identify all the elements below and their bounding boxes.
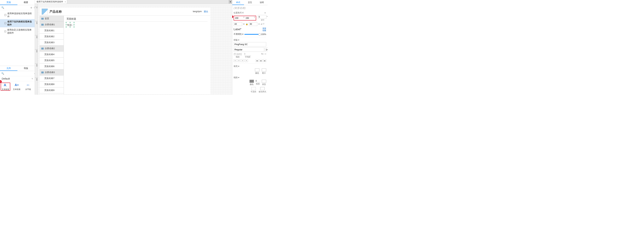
rotation-input[interactable] — [258, 15, 266, 19]
widget-search-input[interactable] — [5, 72, 34, 75]
sidenav-category[interactable]: 分类名称1 — [40, 22, 64, 28]
tab-notes[interactable]: 说明 — [256, 0, 268, 5]
opacity-slider[interactable] — [244, 34, 260, 35]
arrow-style-select[interactable] — [260, 87, 265, 90]
text-options-icon[interactable]: ▭ — [264, 53, 266, 58]
align-justify-icon[interactable]: ≡ — [245, 59, 248, 62]
font-size-input[interactable] — [265, 48, 268, 52]
line-height-input[interactable]: 20 (auto) — [234, 53, 242, 56]
page-heading: 页面标题 — [66, 18, 208, 22]
canvas-scroll[interactable]: 产品名称 langzipm 退出 首页分类名称1页面名称1页面名称2页面名称3分… — [38, 7, 232, 95]
line-type-label: 类型 — [262, 83, 266, 86]
degree-icon: ° — [267, 16, 268, 18]
x-label: X — [243, 16, 245, 20]
page-tree-item[interactable]: 使用下拉列表框实现单选组件 — [0, 19, 35, 27]
sidenav-page[interactable]: 页面名称3 — [40, 40, 64, 46]
text-tool-icon[interactable]: T — [263, 23, 264, 25]
folder-icon — [41, 18, 44, 20]
tab-pages[interactable]: 页面 — [0, 0, 18, 5]
sidenav-page[interactable]: 页面名称5 — [40, 58, 64, 64]
tab-outline[interactable]: 概要 — [18, 0, 35, 5]
prototype-header: 产品名称 langzipm 退出 — [40, 8, 210, 16]
page-tree-item[interactable]: 使用自定义选项组实现单选组件 — [0, 27, 35, 36]
height-input[interactable] — [249, 22, 257, 26]
width-input[interactable] — [234, 22, 242, 26]
sidenav-page[interactable]: 页面名称9 — [40, 88, 64, 93]
align-center-icon[interactable]: ≡ — [237, 59, 240, 62]
logout-link[interactable]: 退出 — [204, 10, 208, 13]
canvas-area: 使用下拉列表框实现单选组件 × ▾ 0100200300400500600700… — [35, 0, 232, 95]
align-right-icon[interactable]: ≡ — [241, 59, 244, 62]
align-left-icon[interactable]: ≡ — [234, 59, 237, 62]
close-icon[interactable]: × — [65, 1, 66, 3]
widget-text-label[interactable]: A_文本标签 — [1, 82, 10, 91]
valign-bottom-icon[interactable]: ▬ — [263, 59, 266, 62]
text-case-icon[interactable]: Aa — [261, 53, 264, 58]
logo-placeholder — [42, 8, 48, 15]
visibility-toggle-icon[interactable]: 👁 — [264, 12, 266, 14]
visibility-box[interactable] — [251, 87, 256, 90]
shape-name-input[interactable]: (矩形名称) — [234, 6, 266, 10]
left-tabs: 页面 概要 — [0, 0, 35, 5]
page-frame: 产品名称 langzipm 退出 首页分类名称1页面名称1页面名称2页面名称3分… — [40, 8, 210, 94]
letter-spacing-input[interactable]: 0 — [244, 53, 251, 56]
line-width-input[interactable]: 0 — [256, 80, 260, 82]
visibility-label: 可见性 — [251, 90, 256, 93]
right-panel: 样式 交互 说明 (矩形名称) 位置和尺寸 👁 2 X Y — [232, 0, 268, 95]
update-create-link[interactable]: 更新 创建 — [262, 27, 266, 32]
fill-image-swatch[interactable] — [262, 68, 266, 72]
opacity-value[interactable]: 100% — [261, 33, 266, 36]
fill-color-swatch[interactable] — [255, 68, 259, 72]
lock-aspect-icon[interactable]: 🔒 — [246, 23, 248, 25]
tab-widgets[interactable]: 元件 — [0, 66, 18, 71]
flip-h-icon[interactable]: ⇄ — [261, 23, 262, 25]
tab-interact[interactable]: 交互 — [244, 0, 256, 5]
sidenav-page[interactable]: 页面名称4 — [40, 52, 64, 58]
ruler-vertical: 0100200300400500 — [35, 7, 38, 95]
tabs-dropdown-icon[interactable]: ▾ — [229, 0, 232, 4]
section-fill: 填充 ▾ — [234, 65, 239, 68]
pages-search-input[interactable] — [5, 6, 30, 9]
sidenav-page[interactable]: 页面名称6 — [40, 64, 64, 70]
sidenav-category[interactable]: 首页 — [40, 16, 64, 22]
arrow-style-label: 箭头样式 — [259, 90, 266, 93]
folder-icon — [41, 24, 44, 26]
sidenav-page[interactable]: 页面名称7 — [40, 76, 64, 82]
sidenav-page[interactable]: 页面名称8 — [40, 82, 64, 88]
widget-hline[interactable]: •━•水平线 — [23, 82, 33, 91]
library-select[interactable]: Default ⇅ — [0, 76, 35, 81]
document-tabs: 使用下拉列表框实现单选组件 × ▾ — [35, 0, 232, 4]
components-panel: 元件 母版 🔍 ＋ ▭ ⋮ Default ⇅ 1 A_文本标签A≡文本段落•━… — [0, 66, 35, 95]
valign-middle-icon[interactable]: ▬ — [259, 59, 262, 62]
widget-grid: 1 A_文本标签A≡文本段落•━•水平线 — [0, 81, 35, 92]
folder-icon — [41, 48, 44, 50]
y-input[interactable] — [245, 16, 254, 20]
tab-style[interactable]: 样式 — [232, 0, 244, 5]
sidenav-category[interactable]: 分类名称3 — [40, 70, 64, 76]
valign-top-icon[interactable]: ▬ — [256, 59, 259, 62]
sidenav-page[interactable]: 页面名称1 — [40, 28, 64, 34]
document-tab[interactable]: 使用下拉列表框实现单选组件 × — [35, 0, 67, 4]
widget-text-paragraph[interactable]: A≡文本段落 — [12, 82, 22, 91]
fill-image-label: 图片 — [262, 72, 266, 74]
fill-color-label: 颜色 — [255, 72, 259, 74]
x-input[interactable] — [234, 16, 243, 20]
tab-masters[interactable]: 母版 — [18, 66, 35, 71]
section-position-size: 位置和尺寸 — [234, 12, 244, 14]
product-title: 产品名称 — [50, 10, 62, 14]
style-label-field[interactable]: Label* — [234, 28, 241, 31]
line-color-swatch[interactable] — [250, 80, 254, 83]
annotation-badge-2: 2 — [232, 15, 233, 18]
search-icon: 🔍 — [1, 6, 4, 9]
page-tree-item[interactable]: 使用单选按钮实现单选组件 — [0, 11, 35, 19]
font-family-select[interactable] — [234, 42, 266, 46]
chevron-updown-icon: ⇅ — [32, 78, 33, 80]
sidenav-page[interactable]: 页面名称2 — [40, 34, 64, 40]
page-icon — [4, 30, 6, 32]
font-weight-select[interactable] — [234, 48, 264, 52]
h-label: H — [258, 23, 260, 25]
line-type-select[interactable] — [262, 80, 266, 83]
line-height-label: 线段 — [236, 56, 240, 58]
add-page-icon[interactable]: ⊕ — [30, 6, 32, 9]
sidenav-category[interactable]: 分类名称2 — [40, 46, 64, 52]
